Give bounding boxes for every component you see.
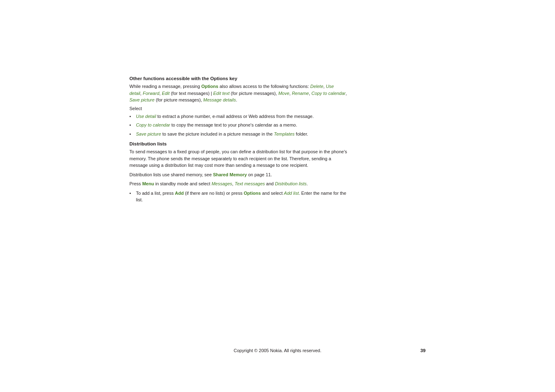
edit-keyword: Edit xyxy=(162,91,170,96)
comma6: , xyxy=(345,91,347,96)
options-keyword2: Options xyxy=(244,191,261,196)
section2-paragraph2: Distribution lists use shared memory, se… xyxy=(129,171,347,178)
rename-keyword: Rename xyxy=(292,91,309,96)
section1-heading: Other functions accessible with the Opti… xyxy=(129,76,347,81)
period3: . xyxy=(306,181,308,186)
page-number: 39 xyxy=(420,348,426,353)
content-area: Other functions accessible with the Opti… xyxy=(129,76,347,208)
bullet-item-save-picture: Save picture to save the picture include… xyxy=(129,131,347,138)
messages-keyword: Messages xyxy=(212,181,232,186)
save-picture-bullet-text: to save the picture included in a pictur… xyxy=(161,131,274,136)
section2-paragraph3: Press Menu in standby mode and select Me… xyxy=(129,180,347,187)
add-list-keyword: Add list xyxy=(284,191,299,196)
text-and: and xyxy=(265,181,275,186)
section2-heading: Distribution lists xyxy=(129,141,347,146)
save-picture-keyword: Save picture xyxy=(129,97,154,102)
section2-paragraph1: To send messages to a fixed group of peo… xyxy=(129,148,347,169)
copy-to-calendar-bullet-text: to copy the message text to your phone's… xyxy=(170,122,297,127)
period2: . xyxy=(271,172,272,177)
move-keyword: Move xyxy=(278,91,289,96)
page-container: Other functions accessible with the Opti… xyxy=(0,0,555,392)
text-while-reading: While reading a message, pressing xyxy=(129,84,201,89)
section1: Other functions accessible with the Opti… xyxy=(129,76,347,137)
templates-keyword: Templates xyxy=(274,131,295,136)
footer: Copyright © 2005 Nokia. All rights reser… xyxy=(0,348,555,353)
text-for-picture: (for picture messages), xyxy=(230,91,279,96)
save-picture-bullet-end: folder. xyxy=(295,131,308,136)
shared-memory-link[interactable]: Shared Memory xyxy=(213,172,247,177)
text-to-add: To add a list, press xyxy=(136,191,175,196)
text-in-standby: in standby mode and select xyxy=(154,181,212,186)
text-press: Press xyxy=(129,181,142,186)
section2: Distribution lists To send messages to a… xyxy=(129,141,347,203)
save-picture-bullet-keyword: Save picture xyxy=(136,131,161,136)
distribution-lists-keyword: Distribution lists xyxy=(275,181,306,186)
text-messages-keyword: Text messages xyxy=(235,181,265,186)
bullet-item-add-list: To add a list, press Add (if there are n… xyxy=(129,190,347,203)
edit-text-keyword: Edit text xyxy=(213,91,230,96)
text-dist-lists-use: Distribution lists use shared memory, se… xyxy=(129,172,213,177)
forward-keyword: Forward xyxy=(143,91,159,96)
section1-paragraph1: While reading a message, pressing Option… xyxy=(129,83,347,104)
text-for-text: (for text messages) | xyxy=(170,91,213,96)
delete-keyword: Delete xyxy=(310,84,323,89)
page-11: 11 xyxy=(266,172,271,177)
copy-to-calendar-keyword: Copy to calendar xyxy=(311,91,345,96)
footer-copyright: Copyright © 2005 Nokia. All rights reser… xyxy=(234,348,322,353)
section2-bullet-list: To add a list, press Add (if there are n… xyxy=(129,190,347,203)
use-detail-bullet-text: to extract a phone number, e-mail addres… xyxy=(156,114,314,119)
select-label: Select xyxy=(129,106,347,111)
text-for-picture2: (for picture messages), xyxy=(154,97,203,102)
copy-to-calendar-bullet-keyword: Copy to calendar xyxy=(136,122,170,127)
text-also-allows: also allows access to the following func… xyxy=(218,84,310,89)
menu-keyword: Menu xyxy=(142,181,154,186)
bullet-item-use-detail: Use detail to extract a phone number, e-… xyxy=(129,113,347,120)
text-and-select: and select xyxy=(261,191,284,196)
message-details-keyword: Message details xyxy=(203,97,236,102)
section1-bullet-list: Use detail to extract a phone number, e-… xyxy=(129,113,347,138)
text-on-page: on page xyxy=(247,172,266,177)
add-keyword: Add xyxy=(175,191,184,196)
period1: . xyxy=(236,97,237,102)
use-detail-bullet-keyword: Use detail xyxy=(136,114,156,119)
options-keyword: Options xyxy=(201,84,219,89)
bullet-item-copy-to-calendar: Copy to calendar to copy the message tex… xyxy=(129,122,347,129)
text-if-no-lists: (if there are no lists) or press xyxy=(184,191,244,196)
